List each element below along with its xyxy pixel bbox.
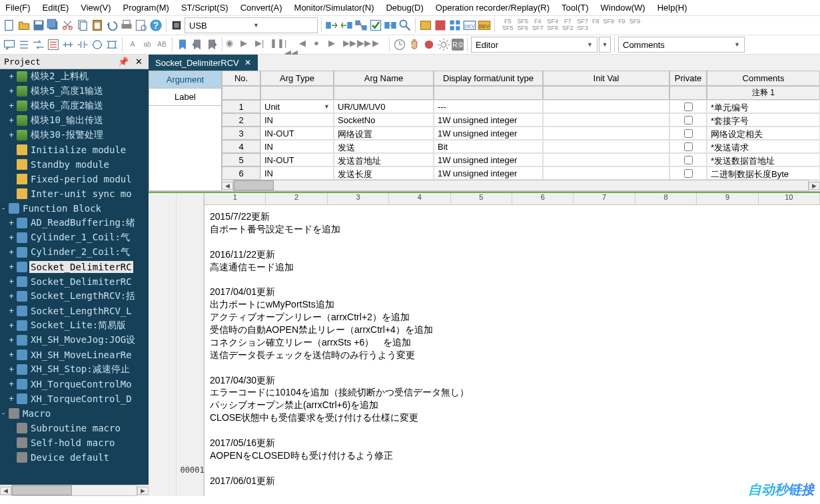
prev-icon[interactable]: ◀ [299,38,312,51]
expand-icon[interactable] [8,453,15,462]
arg-name[interactable]: 网络设置 [334,126,434,140]
display-format[interactable]: Bit [434,140,543,153]
fkey-SF8[interactable]: SF8 [604,19,615,32]
fkey-SF7[interactable]: SF7SF3 [578,19,589,32]
help-icon[interactable]: ? [149,19,163,32]
tree-item[interactable]: Standby module [0,157,149,172]
display-format[interactable]: 1W unsigned integer [434,166,543,180]
chevron-down-icon[interactable]: ▼ [324,103,330,110]
col-comment1[interactable]: 注释 1 [707,86,820,100]
tree-item[interactable]: +XH_SH_MoveJog:JOG设 [0,333,149,348]
tree-item[interactable]: +Socket_LengthRCV:括 [0,289,149,304]
expand-icon[interactable]: + [8,248,15,257]
comment[interactable]: *发送数据首地址 [707,153,820,166]
fkey-F4[interactable]: F4SF7 [532,19,544,32]
arg-name[interactable]: 发送长度 [334,166,434,180]
init-val[interactable] [543,100,669,113]
tree-item[interactable]: +XH_SH_MoveLinearRe [0,348,149,362]
tree-item[interactable]: +模块10_输出传送 [0,113,149,128]
tree-item[interactable]: +Cylinder_1_Coil:气 [0,230,149,245]
menu-program[interactable]: Program(M) [123,3,169,13]
tree-item[interactable]: +Cylinder_2_Coil:气 [0,245,149,260]
expand-icon[interactable]: + [8,350,15,360]
project-scrollbar[interactable]: ◀ ▶ [0,485,149,496]
ff-icon[interactable]: ▶▶ [358,38,371,51]
branch-icon[interactable] [105,38,119,51]
private-check[interactable] [669,113,707,126]
expand-icon[interactable] [8,189,15,198]
tree-item[interactable]: Self-hold macro [0,435,149,450]
text-b-icon[interactable]: ab [141,38,154,51]
private-checkbox[interactable] [684,142,693,151]
bookmark-next-icon[interactable] [205,38,218,51]
tab-label[interactable]: Label [149,89,221,106]
row-no[interactable]: 4 [222,140,260,153]
scroll-right[interactable]: ▶ [809,182,820,190]
private-check[interactable] [669,140,707,153]
menu-operation recorder/replay[interactable]: Operation recorder/Replay(R) [436,3,550,13]
tree-item[interactable]: -Function Block [0,201,149,216]
play-icon[interactable]: ▶ [240,38,254,51]
close-icon[interactable]: ✕ [133,57,145,67]
fkey-SF5[interactable]: SF5SF6 [518,19,529,32]
menu-help[interactable]: Help(H) [657,3,687,13]
private-check[interactable] [669,100,707,113]
private-checkbox[interactable] [684,103,693,111]
preview-icon[interactable] [135,19,148,32]
comment[interactable]: *发送请求 [707,140,820,153]
private-checkbox[interactable] [684,156,693,164]
print-icon[interactable] [120,19,133,32]
compare-icon[interactable] [384,19,397,32]
col-disp[interactable]: Display format/unit type [434,71,543,86]
arg-type[interactable]: IN-OUT [260,126,334,140]
menu-convert[interactable]: Convert(A) [240,3,282,13]
pause-icon[interactable]: ❚❚ [270,38,283,51]
search-icon[interactable] [398,19,412,32]
init-val[interactable] [543,126,669,140]
fkey-F7[interactable]: F7SF2 [562,19,574,32]
save-all-icon[interactable] [47,19,60,32]
scroll-left[interactable]: ◀ [0,487,11,495]
tree-item[interactable]: Fixed-period modul [0,172,149,186]
editor-dropdown[interactable]: Editor ▼ [471,37,598,53]
hand-icon[interactable] [408,38,421,51]
menu-window[interactable]: Window(W) [601,3,645,13]
col-comments[interactable]: Comments [707,71,820,86]
expand-icon[interactable]: + [8,379,15,389]
tree-item[interactable]: Inter-unit sync mo [0,186,149,201]
menu-view[interactable]: View(V) [81,3,111,13]
menu-debug[interactable]: Debug(D) [386,3,423,13]
tree-item[interactable]: Subroutine macro [0,421,149,435]
fkey-F5[interactable]: F5SF5 [502,19,514,32]
r-icon[interactable]: R:0 [452,39,464,51]
init-val[interactable] [543,166,669,180]
tab-close-icon[interactable]: ✕ [244,58,251,67]
sim-icon[interactable] [419,19,432,32]
private-check[interactable] [669,126,707,140]
expand-icon[interactable]: + [8,262,15,272]
code-text[interactable]: 2015/7/22更新 自ポート番号設定モードを追加 2016/11/22更新 … [205,205,820,496]
arg-name[interactable]: SocketNo [334,113,434,126]
break-icon[interactable] [422,38,436,51]
tree-item[interactable]: +模块2_上料机 [0,69,149,84]
convert-icon[interactable] [32,38,45,51]
paste-icon[interactable] [91,19,104,32]
text-c-icon[interactable]: AB [155,38,169,51]
arg-type[interactable]: Unit▼ [260,100,334,113]
arg-type[interactable]: IN-OUT [260,153,334,166]
expand-icon[interactable]: + [8,87,15,96]
skip-start-icon[interactable]: |◀◀ [284,38,298,51]
fkey-F8[interactable]: F8 [592,19,600,32]
col-no[interactable]: No. [222,71,260,86]
text-a-icon[interactable]: A [126,38,139,51]
expand-icon[interactable]: + [8,365,15,374]
menu-edit[interactable]: Edit(E) [43,3,69,13]
tree-item[interactable]: +Socket_LengthRCV_L [0,304,149,318]
menu-file[interactable]: File(F) [5,3,31,13]
arg-name[interactable]: 发送首地址 [334,153,434,166]
col-name[interactable]: Arg Name [334,71,434,86]
tree-item[interactable]: +模块30-报警处理 [0,128,149,142]
display-format[interactable]: 1W unsigned integer [434,126,543,140]
comments-dropdown[interactable]: Comments ▼ [618,37,745,53]
dev-icon-2[interactable]: DEV [478,19,491,32]
